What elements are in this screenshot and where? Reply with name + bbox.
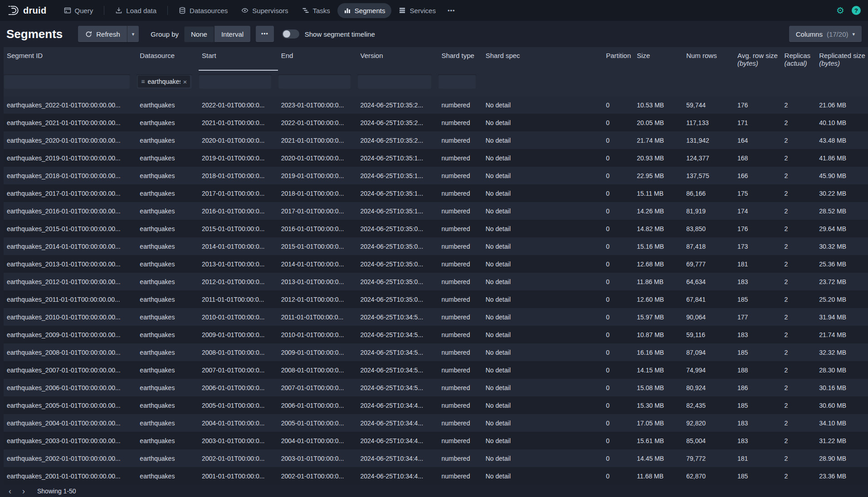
cell-shard_type[interactable]: numbered <box>438 202 482 220</box>
cell-version[interactable]: 2024-06-25T10:34:4... <box>357 414 439 432</box>
cell-start[interactable]: 2012-01-01T00:00:0... <box>199 273 278 290</box>
cell-avg_row_size[interactable]: 171 <box>734 114 781 131</box>
columns-button[interactable]: Columns (17/20) ▾ <box>789 26 862 42</box>
cell-avg_row_size[interactable]: 177 <box>734 308 781 326</box>
cell-partition[interactable]: 0 <box>603 326 634 343</box>
cell-end[interactable]: 2013-01-01T00:00:0... <box>278 273 357 290</box>
cell-avg_row_size[interactable]: 168 <box>734 149 781 167</box>
cell-avg_row_size[interactable]: 185 <box>734 467 781 485</box>
cell-num_rows[interactable]: 83,850 <box>683 220 734 237</box>
cell-id[interactable]: earthquakes_2020-01-01T00:00:00.00... <box>4 131 137 149</box>
cell-id[interactable]: earthquakes_2016-01-01T00:00:00.00... <box>4 202 137 220</box>
cell-size[interactable]: 20.05 MB <box>634 114 683 131</box>
cell-replicas[interactable]: 2 <box>781 379 816 396</box>
cell-avg_row_size[interactable]: 183 <box>734 432 781 449</box>
cell-replicated_size[interactable]: 40.10 MB <box>816 114 868 131</box>
cell-datasource[interactable]: earthquakes <box>137 326 199 343</box>
cell-replicas[interactable]: 2 <box>781 131 816 149</box>
cell-end[interactable]: 2007-01-01T00:00:0... <box>278 379 357 396</box>
cell-shard_type[interactable]: numbered <box>438 149 482 167</box>
column-header-size[interactable]: Size <box>634 47 683 71</box>
cell-partition[interactable]: 0 <box>603 114 634 131</box>
cell-id[interactable]: earthquakes_2013-01-01T00:00:00.00... <box>4 255 137 273</box>
cell-replicated_size[interactable]: 45.90 MB <box>816 167 868 184</box>
cell-avg_row_size[interactable]: 185 <box>734 343 781 361</box>
cell-datasource[interactable]: earthquakes <box>137 343 199 361</box>
nav-item-services[interactable]: Services <box>392 3 442 18</box>
datasource-filter-tag[interactable]: ≡earthquakes× <box>138 76 190 87</box>
cell-start[interactable]: 2013-01-01T00:00:0... <box>199 255 278 273</box>
cell-version[interactable]: 2024-06-25T10:34:4... <box>357 396 439 414</box>
cell-version[interactable]: 2024-06-25T10:34:5... <box>357 308 439 326</box>
refresh-dropdown-button[interactable]: ▾ <box>127 26 139 42</box>
cell-start[interactable]: 2003-01-01T00:00:0... <box>199 432 278 449</box>
filter-input-version[interactable] <box>357 74 432 89</box>
cell-replicated_size[interactable]: 25.20 MB <box>816 290 868 308</box>
cell-shard_spec[interactable]: No detail <box>483 343 603 361</box>
nav-more-button[interactable]: ••• <box>443 4 460 18</box>
cell-replicated_size[interactable]: 28.52 MB <box>816 202 868 220</box>
cell-version[interactable]: 2024-06-25T10:34:4... <box>357 432 439 449</box>
cell-size[interactable]: 10.53 MB <box>634 96 683 114</box>
cell-shard_spec[interactable]: No detail <box>483 220 603 237</box>
cell-shard_spec[interactable]: No detail <box>483 167 603 184</box>
cell-partition[interactable]: 0 <box>603 308 634 326</box>
cell-shard_spec[interactable]: No detail <box>483 273 603 290</box>
cell-replicas[interactable]: 2 <box>781 449 816 467</box>
cell-datasource[interactable]: earthquakes <box>137 131 199 149</box>
cell-replicated_size[interactable]: 31.94 MB <box>816 308 868 326</box>
cell-shard_type[interactable]: numbered <box>438 379 482 396</box>
cell-size[interactable]: 14.15 MB <box>634 361 683 379</box>
column-header-start[interactable]: Start <box>199 47 278 71</box>
cell-shard_type[interactable]: numbered <box>438 414 482 432</box>
cell-replicated_size[interactable]: 43.48 MB <box>816 131 868 149</box>
cell-start[interactable]: 2009-01-01T00:00:0... <box>199 326 278 343</box>
cell-version[interactable]: 2024-06-25T10:35:1... <box>357 202 439 220</box>
cell-shard_spec[interactable]: No detail <box>483 290 603 308</box>
cell-num_rows[interactable]: 124,377 <box>683 149 734 167</box>
cell-id[interactable]: earthquakes_2006-01-01T00:00:00.00... <box>4 379 137 396</box>
cell-id[interactable]: earthquakes_2021-01-01T00:00:00.00... <box>4 114 137 131</box>
cell-partition[interactable]: 0 <box>603 273 634 290</box>
cell-size[interactable]: 15.16 MB <box>634 237 683 255</box>
cell-id[interactable]: earthquakes_2010-01-01T00:00:00.00... <box>4 308 137 326</box>
cell-avg_row_size[interactable]: 176 <box>734 220 781 237</box>
cell-size[interactable]: 17.05 MB <box>634 414 683 432</box>
cell-datasource[interactable]: earthquakes <box>137 202 199 220</box>
cell-num_rows[interactable]: 74,994 <box>683 361 734 379</box>
cell-size[interactable]: 16.16 MB <box>634 343 683 361</box>
cell-start[interactable]: 2007-01-01T00:00:0... <box>199 361 278 379</box>
cell-avg_row_size[interactable]: 175 <box>734 184 781 202</box>
cell-version[interactable]: 2024-06-25T10:35:0... <box>357 273 439 290</box>
cell-version[interactable]: 2024-06-25T10:35:2... <box>357 131 439 149</box>
cell-end[interactable]: 2017-01-01T00:00:0... <box>278 202 357 220</box>
more-options-button[interactable]: ••• <box>256 26 274 42</box>
cell-start[interactable]: 2004-01-01T00:00:0... <box>199 414 278 432</box>
cell-shard_type[interactable]: numbered <box>438 184 482 202</box>
cell-datasource[interactable]: earthquakes <box>137 220 199 237</box>
filter-input-shard_type[interactable] <box>438 74 476 89</box>
close-icon[interactable]: × <box>183 78 187 86</box>
cell-partition[interactable]: 0 <box>603 149 634 167</box>
cell-avg_row_size[interactable]: 183 <box>734 326 781 343</box>
column-header-id[interactable]: Segment ID <box>4 47 137 71</box>
cell-avg_row_size[interactable]: 176 <box>734 96 781 114</box>
nav-item-query[interactable]: Query <box>58 3 100 18</box>
cell-avg_row_size[interactable]: 173 <box>734 237 781 255</box>
cell-id[interactable]: earthquakes_2007-01-01T00:00:00.00... <box>4 361 137 379</box>
cell-replicated_size[interactable]: 32.32 MB <box>816 343 868 361</box>
cell-datasource[interactable]: earthquakes <box>137 308 199 326</box>
cell-shard_spec[interactable]: No detail <box>483 184 603 202</box>
cell-num_rows[interactable]: 62,870 <box>683 467 734 485</box>
cell-avg_row_size[interactable]: 174 <box>734 202 781 220</box>
cell-version[interactable]: 2024-06-25T10:34:4... <box>357 467 439 485</box>
cell-id[interactable]: earthquakes_2015-01-01T00:00:00.00... <box>4 220 137 237</box>
cell-avg_row_size[interactable]: 164 <box>734 131 781 149</box>
cell-num_rows[interactable]: 80,924 <box>683 379 734 396</box>
cell-shard_type[interactable]: numbered <box>438 432 482 449</box>
cell-replicas[interactable]: 2 <box>781 184 816 202</box>
cell-num_rows[interactable]: 92,820 <box>683 414 734 432</box>
cell-end[interactable]: 2012-01-01T00:00:0... <box>278 290 357 308</box>
column-header-shard_type[interactable]: Shard type <box>438 47 482 71</box>
cell-datasource[interactable]: earthquakes <box>137 290 199 308</box>
